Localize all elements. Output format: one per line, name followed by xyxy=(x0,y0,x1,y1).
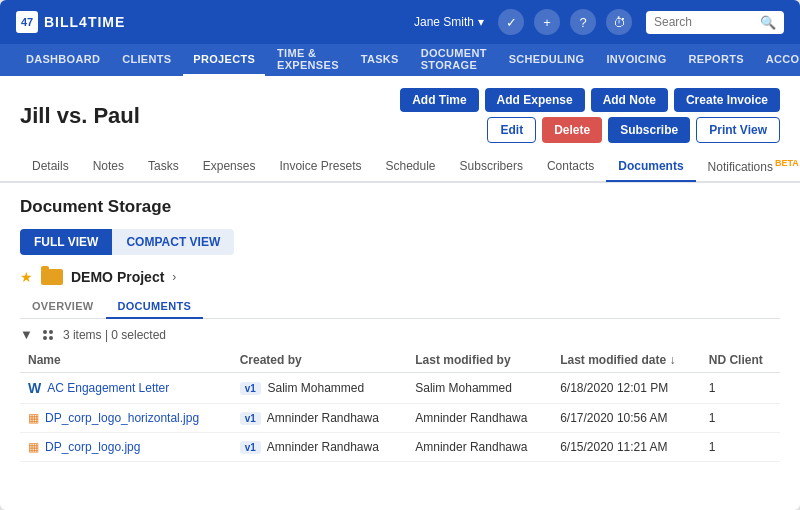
logo-icon: 47 xyxy=(16,11,38,33)
nav-item-scheduling[interactable]: Scheduling xyxy=(499,44,595,76)
subscribe-button[interactable]: Subscribe xyxy=(608,117,690,143)
nav-item-document-storage[interactable]: Document Storage xyxy=(411,44,497,76)
page-title: Jill vs. Paul xyxy=(20,103,140,129)
nav-item-projects[interactable]: Projects xyxy=(183,44,265,76)
col-created-by: Created by xyxy=(232,348,408,373)
tab-invoice-presets[interactable]: Invoice Presets xyxy=(267,152,373,182)
view-toggle: FULL VIEW COMPACT VIEW xyxy=(20,229,780,255)
action-buttons-row2: Edit Delete Subscribe Print View xyxy=(487,117,780,143)
tab-details[interactable]: Details xyxy=(20,152,81,182)
file-table: Name Created by Last modified by Last mo… xyxy=(20,348,780,462)
file-name-cell[interactable]: WAC Engagement Letter xyxy=(20,373,232,404)
page-header: Jill vs. Paul Add Time Add Expense Add N… xyxy=(0,76,800,151)
tab-bar: Details Notes Tasks Expenses Invoice Pre… xyxy=(0,151,800,183)
nav-item-time-expenses[interactable]: Time & Expenses xyxy=(267,44,349,76)
compact-view-button[interactable]: COMPACT VIEW xyxy=(112,229,234,255)
file-version-cell: v1 Amninder Randhawa xyxy=(232,404,408,433)
file-modified-date-cell: 6/17/2020 10:56 AM xyxy=(552,404,701,433)
file-version-cell: v1 Amninder Randhawa xyxy=(232,433,408,462)
print-view-button[interactable]: Print View xyxy=(696,117,780,143)
search-input[interactable] xyxy=(654,15,754,29)
action-buttons: Add Time Add Expense Add Note Create Inv… xyxy=(400,88,780,143)
col-nd-client: ND Client xyxy=(701,348,780,373)
action-buttons-row1: Add Time Add Expense Add Note Create Inv… xyxy=(400,88,780,112)
nav-item-invoicing[interactable]: Invoicing xyxy=(596,44,676,76)
grid-view-icon[interactable] xyxy=(43,330,53,340)
file-version-cell: v1 Salim Mohammed xyxy=(232,373,408,404)
tab-schedule[interactable]: Schedule xyxy=(373,152,447,182)
file-modified-by-cell: Amninder Randhawa xyxy=(407,433,552,462)
secondary-navbar: Dashboard Clients Projects Time & Expens… xyxy=(0,44,800,76)
col-modified-by: Last modified by xyxy=(407,348,552,373)
word-file-icon: W xyxy=(28,380,41,396)
tab-notes[interactable]: Notes xyxy=(81,152,136,182)
add-time-button[interactable]: Add Time xyxy=(400,88,478,112)
add-expense-button[interactable]: Add Expense xyxy=(485,88,585,112)
filter-info: 3 items | 0 selected xyxy=(63,328,166,342)
logo-text: BILL4TIME xyxy=(44,14,125,30)
section-title: Document Storage xyxy=(20,197,780,217)
file-modified-by-cell: Amninder Randhawa xyxy=(407,404,552,433)
plus-icon-btn[interactable]: + xyxy=(534,9,560,35)
star-icon[interactable]: ★ xyxy=(20,269,33,285)
table-row: WAC Engagement Letter v1 Salim Mohammed … xyxy=(20,373,780,404)
tab-tasks[interactable]: Tasks xyxy=(136,152,191,182)
file-nd-client-cell: 1 xyxy=(701,404,780,433)
image-file-icon: ▦ xyxy=(28,411,39,425)
filter-row: ▼ 3 items | 0 selected xyxy=(20,327,780,342)
top-navbar: 47 BILL4TIME Jane Smith ▾ ✓ + ? ⏱ 🔍 xyxy=(0,0,800,44)
main-content: Document Storage FULL VIEW COMPACT VIEW … xyxy=(0,183,800,510)
file-name-cell[interactable]: ▦DP_corp_logo.jpg xyxy=(20,433,232,462)
nav-item-tasks[interactable]: Tasks xyxy=(351,44,409,76)
nav-item-reports[interactable]: Reports xyxy=(679,44,754,76)
delete-button[interactable]: Delete xyxy=(542,117,602,143)
nav-item-accounting[interactable]: Accounting xyxy=(756,44,800,76)
tab-contacts[interactable]: Contacts xyxy=(535,152,606,182)
add-note-button[interactable]: Add Note xyxy=(591,88,668,112)
logo: 47 BILL4TIME xyxy=(16,11,125,33)
tab-documents[interactable]: Documents xyxy=(606,152,695,182)
full-view-button[interactable]: FULL VIEW xyxy=(20,229,112,255)
clock-icon-btn[interactable]: ⏱ xyxy=(606,9,632,35)
help-icon-btn[interactable]: ? xyxy=(570,9,596,35)
checkmark-icon-btn[interactable]: ✓ xyxy=(498,9,524,35)
filter-icon[interactable]: ▼ xyxy=(20,327,33,342)
tab-notifications[interactable]: NotificationsBETA xyxy=(696,151,800,183)
user-menu[interactable]: Jane Smith ▾ xyxy=(414,15,484,29)
col-modified-date[interactable]: Last modified date ↓ xyxy=(552,348,701,373)
sub-tab-overview[interactable]: OVERVIEW xyxy=(20,295,106,319)
nav-item-dashboard[interactable]: Dashboard xyxy=(16,44,110,76)
image-file-icon: ▦ xyxy=(28,440,39,454)
file-nd-client-cell: 1 xyxy=(701,373,780,404)
nav-icon-group: ✓ + ? ⏱ xyxy=(498,9,632,35)
search-icon-button[interactable]: 🔍 xyxy=(760,15,776,30)
folder-name[interactable]: DEMO Project xyxy=(71,269,164,285)
nav-item-clients[interactable]: Clients xyxy=(112,44,181,76)
table-row: ▦DP_corp_logo.jpg v1 Amninder Randhawa A… xyxy=(20,433,780,462)
app-window: 47 BILL4TIME Jane Smith ▾ ✓ + ? ⏱ 🔍 Dash… xyxy=(0,0,800,510)
sub-tab-documents[interactable]: DOCUMENTS xyxy=(106,295,204,319)
folder-row: ★ DEMO Project › xyxy=(20,269,780,285)
folder-icon xyxy=(41,269,63,285)
tab-expenses[interactable]: Expenses xyxy=(191,152,268,182)
file-nd-client-cell: 1 xyxy=(701,433,780,462)
col-name: Name xyxy=(20,348,232,373)
file-modified-date-cell: 6/18/2020 12:01 PM xyxy=(552,373,701,404)
tab-subscribers[interactable]: Subscribers xyxy=(448,152,535,182)
edit-button[interactable]: Edit xyxy=(487,117,536,143)
file-name-cell[interactable]: ▦DP_corp_logo_horizontal.jpg xyxy=(20,404,232,433)
table-row: ▦DP_corp_logo_horizontal.jpg v1 Amninder… xyxy=(20,404,780,433)
file-modified-by-cell: Salim Mohammed xyxy=(407,373,552,404)
folder-expand-icon[interactable]: › xyxy=(172,270,176,284)
search-box: 🔍 xyxy=(646,11,784,34)
sub-tab-bar: OVERVIEW DOCUMENTS xyxy=(20,295,780,319)
file-modified-date-cell: 6/15/2020 11:21 AM xyxy=(552,433,701,462)
create-invoice-button[interactable]: Create Invoice xyxy=(674,88,780,112)
